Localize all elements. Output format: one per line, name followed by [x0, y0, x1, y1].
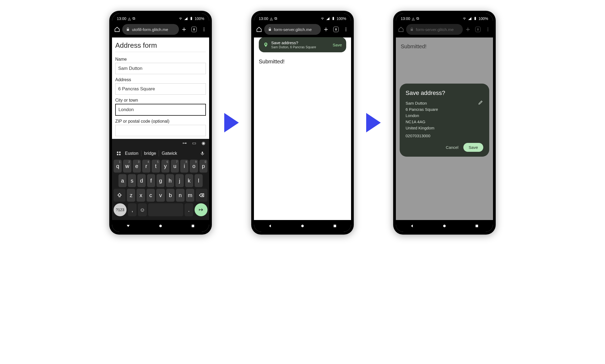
name-input[interactable] — [115, 63, 206, 74]
shift-key[interactable] — [114, 189, 125, 202]
tabs-count[interactable]: 8 — [333, 27, 339, 32]
key-z[interactable]: z — [127, 189, 135, 202]
suggestion-word[interactable]: Euston — [125, 151, 138, 156]
key-n[interactable]: n — [176, 189, 184, 202]
svg-rect-19 — [475, 17, 476, 20]
cast-icon: ⧉ — [132, 16, 135, 21]
period-key[interactable]: . — [185, 203, 193, 216]
key-h[interactable]: h — [166, 174, 174, 187]
nav-back-icon[interactable] — [410, 224, 414, 228]
kebab-menu-icon[interactable] — [485, 26, 491, 32]
svg-point-3 — [204, 29, 205, 30]
autorotate-icon: ◬ — [270, 16, 273, 21]
svg-point-15 — [346, 29, 346, 30]
key-m[interactable]: m — [186, 189, 194, 202]
key-a[interactable]: a — [118, 174, 127, 187]
save-address-chip[interactable]: Save address? Sam Dutton, 6 Pancras Squa… — [259, 37, 346, 52]
tabs-count[interactable]: 8 — [191, 27, 197, 32]
mic-icon[interactable] — [199, 150, 206, 157]
key-v[interactable]: v — [156, 189, 165, 202]
signal-icon — [326, 16, 330, 21]
key-g[interactable]: g — [157, 174, 165, 187]
nav-back-icon[interactable] — [126, 224, 130, 228]
save-button[interactable]: Save — [463, 143, 483, 152]
key-c[interactable]: c — [147, 189, 155, 202]
password-icon[interactable]: ⊶ — [182, 140, 187, 146]
key-p[interactable]: p0 — [199, 160, 208, 173]
lock-icon — [268, 28, 272, 31]
cancel-button[interactable]: Cancel — [446, 145, 458, 150]
suggestion-word[interactable]: bridge — [144, 151, 156, 156]
emoji-key[interactable]: ☺ — [138, 203, 147, 216]
enter-key[interactable] — [195, 203, 208, 216]
key-y[interactable]: y6 — [161, 160, 169, 173]
key-j[interactable]: j — [175, 174, 183, 187]
nav-back-icon[interactable] — [268, 224, 272, 228]
svg-rect-18 — [334, 225, 336, 227]
location-icon[interactable]: ◉ — [202, 140, 205, 146]
svg-point-10 — [159, 225, 162, 227]
key-s[interactable]: s — [128, 174, 136, 187]
nav-home-icon[interactable] — [300, 224, 305, 228]
nav-home-icon[interactable] — [442, 224, 447, 228]
card-icon[interactable]: ▭ — [192, 140, 196, 146]
key-d[interactable]: d — [137, 174, 145, 187]
key-k[interactable]: k — [185, 174, 193, 187]
numeric-key[interactable]: ?123 — [114, 203, 127, 216]
key-f[interactable]: f — [147, 174, 155, 187]
nav-recent-icon[interactable] — [333, 224, 337, 228]
city-input[interactable] — [115, 104, 206, 116]
key-t[interactable]: t5 — [152, 160, 160, 173]
comma-key[interactable]: , — [128, 203, 137, 216]
key-u[interactable]: u7 — [171, 160, 179, 173]
key-l[interactable]: l — [195, 174, 203, 187]
url-bar[interactable]: form-server.glitch.me — [264, 24, 321, 35]
dialog-title: Save address? — [406, 90, 483, 97]
svg-rect-11 — [192, 225, 194, 227]
key-b[interactable]: b — [166, 189, 175, 202]
url-bar[interactable]: utofill-form.glitch.me — [122, 24, 179, 35]
battery-pct: 100% — [337, 16, 346, 21]
key-o[interactable]: o9 — [190, 160, 198, 173]
home-icon[interactable] — [114, 26, 120, 32]
backspace-key[interactable] — [196, 189, 208, 202]
apps-icon[interactable] — [115, 150, 122, 157]
svg-point-23 — [488, 30, 488, 31]
home-icon[interactable] — [256, 26, 262, 32]
dialog-line: NC1A 4AG — [406, 119, 483, 124]
key-e[interactable]: e3 — [133, 160, 141, 173]
nav-recent-icon[interactable] — [191, 224, 195, 228]
kebab-menu-icon[interactable] — [343, 26, 349, 32]
tabs-count[interactable]: 8 — [475, 27, 481, 32]
suggestion-word[interactable]: Gatwick — [162, 151, 177, 156]
dialog-line: United Kingdom — [406, 126, 483, 130]
url-bar[interactable]: form-server.glitch.me — [406, 24, 463, 35]
autofill-toolbar: ⊶ ▭ ◉ — [112, 139, 209, 147]
browser-toolbar: form-server.glitch.me 8 — [396, 22, 493, 37]
submitted-text: Submitted! — [399, 41, 490, 52]
key-x[interactable]: x — [137, 189, 145, 202]
nav-home-icon[interactable] — [158, 224, 163, 228]
new-tab-icon[interactable] — [323, 26, 329, 32]
svg-rect-0 — [191, 17, 192, 20]
key-w[interactable]: w2 — [123, 160, 131, 173]
key-i[interactable]: i8 — [180, 160, 188, 173]
key-q[interactable]: q1 — [114, 160, 122, 173]
home-icon[interactable] — [398, 26, 404, 32]
space-key[interactable] — [148, 203, 183, 216]
camera-notch — [443, 12, 446, 16]
svg-rect-7 — [117, 154, 118, 155]
phone-save-dialog: 13:00 ◬ ⧉ 100% form-server.glitch.me 8 — [393, 11, 496, 235]
nav-recent-icon[interactable] — [475, 224, 479, 228]
address-input[interactable] — [115, 83, 206, 95]
kebab-menu-icon[interactable] — [201, 26, 207, 32]
dialog-phone: 02070313000 — [406, 133, 483, 138]
chip-save-button[interactable]: Save — [333, 43, 342, 47]
svg-rect-25 — [475, 225, 478, 227]
key-r[interactable]: r4 — [142, 160, 150, 173]
phone-form: 13:00 ◬ ⧉ 100% — [109, 11, 212, 235]
new-tab-icon[interactable] — [465, 26, 471, 32]
edit-icon[interactable] — [478, 100, 483, 105]
new-tab-icon[interactable] — [181, 26, 187, 32]
zip-input[interactable] — [115, 125, 206, 136]
